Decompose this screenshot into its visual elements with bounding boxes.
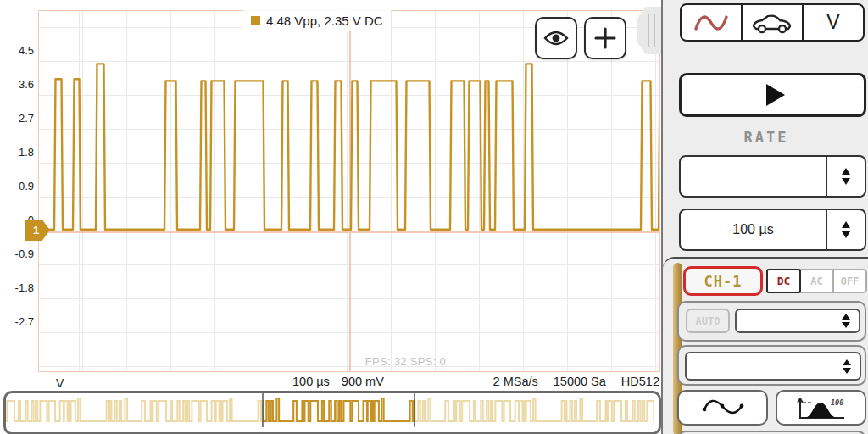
status-resolution: HD512 (621, 375, 659, 388)
y-axis-label: 2.7 (0, 112, 34, 125)
waveform-plot-area[interactable]: FPS: 32 SPS: 0 (38, 10, 660, 372)
coupling-dc-button[interactable]: DC (766, 269, 801, 293)
y-axis-label: -2.7 (0, 315, 34, 328)
drawer-handle[interactable] (637, 7, 663, 54)
status-volts-per-div: 900 mV (342, 375, 384, 388)
y-axis-labels: 4.53.62.71.80.90-0.9-1.8-2.7 (0, 0, 34, 390)
status-samples: 15000 Sa (554, 375, 606, 388)
timebase-value: 100 µs (681, 210, 826, 249)
probe-spinner[interactable] (685, 352, 861, 381)
sine-wave-icon (693, 12, 730, 34)
record-overview-strip[interactable] (3, 391, 661, 434)
range-spinner[interactable] (735, 309, 860, 333)
arrow-down-icon (842, 322, 850, 328)
range-value (737, 310, 833, 331)
sample-rate-spinner[interactable] (679, 155, 866, 198)
y-axis-label: 0.9 (0, 180, 34, 192)
y-axis-label: 3.6 (0, 78, 34, 91)
eye-icon (543, 29, 569, 47)
sample-rate-value (681, 157, 826, 196)
arrow-up-icon (842, 168, 850, 175)
channel-color-swatch (251, 16, 260, 25)
tab-voltmeter[interactable]: V (802, 3, 865, 42)
coupling-ac-button[interactable]: AC (799, 269, 834, 293)
arrow-down-icon (842, 178, 850, 185)
mode-tab-bar: V (680, 3, 865, 42)
filter-cutoff-label: 100 (831, 398, 843, 407)
acquisition-status: 2 MSa/s 15000 Sa HD512 (493, 375, 659, 388)
spinner-arrows[interactable] (833, 310, 859, 331)
arrow-up-icon (843, 359, 851, 365)
arrow-up-icon (842, 221, 850, 228)
channel-panel: CH-1 DC AC OFF AUTO (663, 257, 868, 434)
sine-wave-dots-icon (699, 396, 747, 420)
measurement-readout: 4.48 Vpp, 2.35 V DC (243, 10, 391, 31)
run-stop-button[interactable] (679, 73, 866, 117)
status-timebase: 100 µs (292, 375, 330, 388)
plus-icon (594, 27, 616, 49)
main-waveform-svg (39, 11, 659, 371)
filter-response-icon: 100 (793, 395, 849, 420)
fps-sps-readout: FPS: 32 SPS: 0 (365, 355, 446, 368)
oscilloscope-app: FPS: 32 SPS: 0 4.53.62.71.80.90-0.9-1.8-… (0, 0, 868, 434)
arrow-down-icon (842, 231, 850, 238)
spinner-arrows[interactable] (826, 157, 865, 196)
y-axis-label: 4.5 (0, 44, 34, 57)
spinner-arrows[interactable] (826, 210, 865, 249)
tab-oscilloscope[interactable] (680, 3, 743, 42)
next-control-group (677, 431, 866, 434)
timebase-status: 100 µs 900 mV (292, 375, 428, 388)
lowpass-filter-button[interactable]: 100 (776, 390, 866, 426)
y-axis-label: 1.8 (0, 146, 34, 159)
waveform-generator-button[interactable] (677, 390, 768, 426)
spinner-arrows[interactable] (834, 353, 860, 379)
auto-range-button[interactable]: AUTO (686, 309, 730, 333)
control-panel: V RATE 100 µs CH-1 DC (661, 0, 868, 434)
range-control-group: AUTO (677, 301, 866, 342)
overview-waveform-svg (6, 393, 654, 427)
add-button[interactable] (584, 17, 626, 59)
status-sample-rate: 2 MSa/s (493, 375, 538, 388)
voltmeter-label: V (826, 11, 839, 34)
channel-1-tab[interactable]: CH-1 (683, 266, 763, 296)
arrow-down-icon (843, 368, 851, 374)
probe-control-group (677, 345, 866, 386)
arrow-up-icon (842, 314, 850, 320)
timebase-spinner[interactable]: 100 µs (679, 209, 866, 251)
y-axis-label: -1.8 (0, 281, 34, 294)
y-axis-label: -0.9 (0, 248, 34, 260)
y-axis-unit: V (56, 376, 64, 390)
rate-section-label: RATE (663, 129, 868, 146)
play-icon (766, 84, 785, 106)
tab-automotive[interactable] (741, 3, 804, 42)
coupling-selector: DC AC OFF (766, 269, 867, 293)
measurement-text: 4.48 Vpp, 2.35 V DC (266, 14, 383, 28)
probe-value (687, 353, 834, 379)
coupling-off-button[interactable]: OFF (832, 269, 867, 293)
car-icon (750, 12, 794, 34)
visibility-button[interactable] (535, 17, 577, 59)
